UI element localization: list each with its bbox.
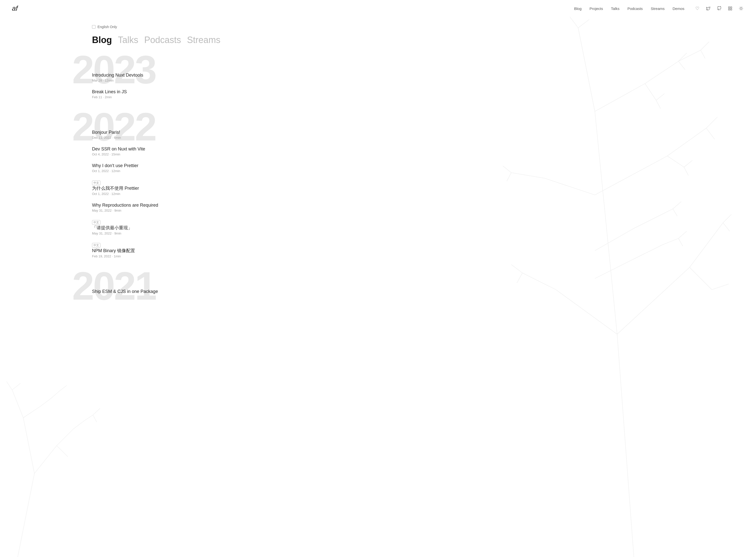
tab-blog[interactable]: Blog [92, 35, 112, 45]
nav-icons: ♡ [694, 5, 744, 11]
nav-projects[interactable]: Projects [590, 6, 603, 11]
post-item[interactable]: 中文 NPM Binary 镜像配置 Feb 19, 2022 · 1min [92, 239, 212, 262]
post-meta: May 31, 2022 · 9min [92, 232, 212, 235]
svg-line-16 [545, 178, 595, 195]
svg-line-9 [667, 156, 684, 167]
github-icon[interactable] [716, 5, 722, 11]
post-title: Dev SSR on Nuxt with Vite [92, 146, 212, 152]
svg-line-56 [6, 381, 12, 390]
nav-blog[interactable]: Blog [574, 6, 582, 11]
main-content: English Only Blog Talks Podcasts Streams… [0, 0, 224, 298]
english-only-checkbox[interactable] [92, 25, 95, 29]
post-title: 为什么我不使用 Prettier [92, 185, 212, 191]
cn-badge: 中文 [92, 220, 100, 225]
grid-icon[interactable] [727, 5, 733, 11]
svg-line-38 [656, 209, 673, 217]
post-meta: Dec 11, 2022 · 6min [92, 136, 212, 140]
svg-line-32 [684, 160, 692, 167]
svg-line-51 [12, 390, 23, 418]
svg-line-1 [595, 111, 617, 334]
post-item[interactable]: Why Reproductions are Required May 31, 2… [92, 199, 212, 216]
svg-line-8 [667, 128, 706, 156]
svg-line-37 [634, 217, 656, 229]
post-title: Why I don't use Prettier [92, 163, 212, 168]
posts-2023: Introducing Nuxt Devtools Mar 28 · 12min… [92, 57, 212, 102]
year-section-2021: 2021 Ship ESM & CJS in one Package [92, 273, 212, 298]
post-item[interactable]: 中文 为什么我不使用 Prettier Oct 1, 2022 · 12min [92, 176, 212, 199]
svg-line-60 [93, 408, 100, 415]
filter-row: English Only [92, 25, 212, 29]
svg-line-17 [511, 173, 545, 178]
nav-podcasts[interactable]: Podcasts [628, 6, 643, 11]
svg-line-29 [701, 50, 705, 59]
svg-line-49 [57, 429, 74, 446]
post-item[interactable]: Why I don't use Prettier Oct 1, 2022 · 1… [92, 159, 212, 176]
svg-line-43 [673, 209, 677, 216]
svg-line-42 [673, 202, 681, 209]
english-only-label[interactable]: English Only [97, 25, 117, 29]
svg-line-30 [656, 93, 665, 100]
cn-badge: 中文 [92, 243, 100, 248]
nav-demos[interactable]: Demos [672, 6, 685, 11]
svg-line-57 [12, 383, 21, 390]
post-item[interactable]: Introducing Nuxt Devtools Mar 28 · 12min [92, 69, 212, 86]
tab-talks[interactable]: Talks [118, 35, 138, 45]
heart-icon[interactable]: ♡ [694, 5, 700, 11]
post-content: NPM Binary 镜像配置 Feb 19, 2022 · 1min [92, 248, 212, 258]
post-title: 「请提供最小重现」 [92, 225, 212, 231]
svg-line-52 [23, 407, 40, 418]
svg-line-24 [570, 17, 578, 28]
posts-2021: Ship ESM & CJS in one Package [92, 273, 212, 298]
svg-line-48 [34, 446, 57, 473]
svg-line-44 [678, 231, 687, 238]
svg-line-47 [23, 418, 35, 473]
svg-line-23 [723, 223, 730, 231]
year-section-2023: 2023 Introducing Nuxt Devtools Mar 28 · … [92, 57, 212, 102]
svg-point-66 [740, 7, 742, 9]
svg-line-14 [556, 290, 617, 334]
logo[interactable]: af [12, 5, 18, 12]
svg-line-61 [93, 415, 97, 422]
post-item[interactable]: Bonjour Paris! Dec 11, 2022 · 6min [92, 126, 212, 143]
svg-line-27 [517, 273, 522, 283]
svg-line-39 [595, 256, 639, 278]
post-content: 为什么我不使用 Prettier Oct 1, 2022 · 12min [92, 185, 212, 196]
post-item[interactable]: Dev SSR on Nuxt with Vite Oct 4, 2022 · … [92, 143, 212, 159]
svg-line-25 [578, 20, 589, 28]
post-item[interactable]: Break Lines in JS Feb 11 · 2min [92, 86, 212, 102]
svg-rect-62 [728, 7, 730, 8]
bg-decoration-right [378, 0, 756, 557]
theme-icon[interactable] [738, 5, 744, 11]
svg-line-53 [40, 398, 51, 407]
tab-streams[interactable]: Streams [187, 35, 220, 45]
svg-line-4 [690, 223, 723, 267]
post-item[interactable]: Ship ESM & CJS in one Package [92, 286, 212, 298]
content-tabs: Blog Talks Podcasts Streams [92, 35, 212, 45]
post-meta: May 31, 2022 · 9min [92, 209, 212, 212]
post-item[interactable]: 中文 「请提供最小重现」 May 31, 2022 · 9min [92, 216, 212, 239]
svg-line-54 [74, 420, 85, 429]
nav-talks[interactable]: Talks [611, 6, 619, 11]
svg-line-40 [639, 245, 662, 256]
post-title: Break Lines in JS [92, 89, 212, 94]
svg-line-12 [678, 50, 701, 61]
svg-line-70 [742, 10, 743, 10]
nav-streams[interactable]: Streams [651, 6, 665, 11]
post-meta: Oct 1, 2022 · 12min [92, 192, 212, 196]
svg-line-59 [59, 385, 67, 391]
svg-line-3 [617, 267, 690, 334]
svg-line-10 [595, 84, 645, 111]
svg-line-35 [507, 173, 511, 181]
post-title: Introducing Nuxt Devtools [92, 72, 212, 78]
posts-2022: Bonjour Paris! Dec 11, 2022 · 6min Dev S… [92, 114, 212, 262]
svg-line-11 [645, 61, 678, 84]
twitter-icon[interactable] [705, 5, 711, 11]
svg-line-50 [57, 446, 68, 457]
svg-line-7 [595, 156, 667, 195]
svg-line-19 [706, 128, 715, 139]
main-nav: Blog Projects Talks Podcasts Streams Dem… [574, 5, 744, 11]
tab-podcasts[interactable]: Podcasts [144, 35, 181, 45]
post-meta: Oct 4, 2022 · 15min [92, 152, 212, 156]
post-meta: Feb 19, 2022 · 1min [92, 254, 212, 258]
svg-line-41 [662, 238, 678, 245]
